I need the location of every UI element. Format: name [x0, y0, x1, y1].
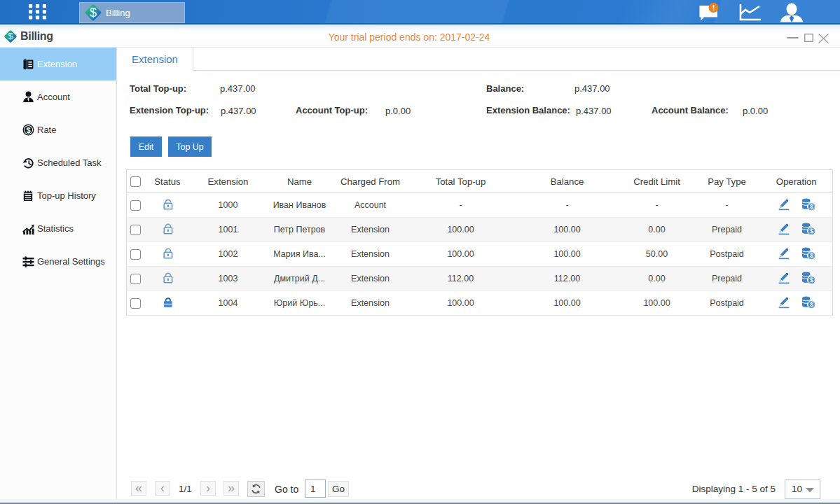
svg-text:$: $	[90, 6, 97, 20]
svg-text:!: !	[712, 4, 715, 12]
svg-text:$: $	[26, 126, 31, 134]
